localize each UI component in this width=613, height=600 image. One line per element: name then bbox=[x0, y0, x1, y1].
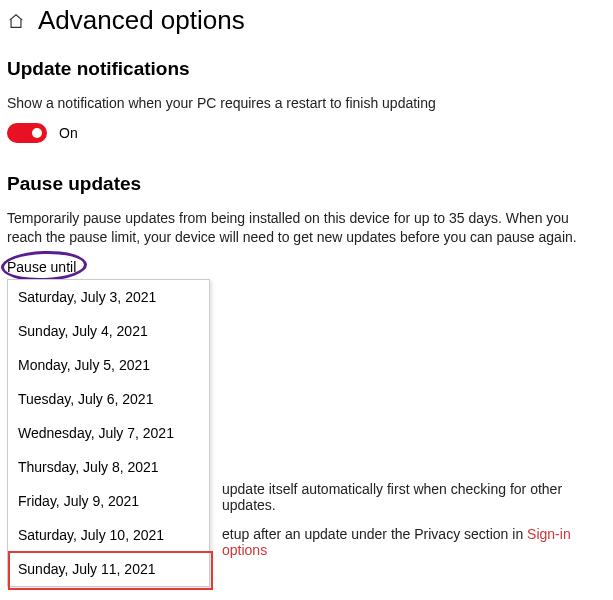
annotation-rectangle bbox=[8, 551, 213, 590]
header-row: Advanced options bbox=[7, 5, 606, 36]
background-text-line-1: update itself automatically first when c… bbox=[222, 481, 613, 513]
page-title: Advanced options bbox=[38, 5, 245, 36]
pause-option[interactable]: Sunday, July 4, 2021 bbox=[8, 314, 209, 348]
background-text-line-2: etup after an update under the Privacy s… bbox=[222, 526, 613, 558]
update-notifications-body: Show a notification when your PC require… bbox=[7, 94, 606, 113]
pause-until-label: Pause until bbox=[7, 259, 76, 275]
pause-option[interactable]: Tuesday, July 6, 2021 bbox=[8, 382, 209, 416]
notifications-toggle[interactable] bbox=[7, 123, 47, 143]
pause-option[interactable]: Wednesday, July 7, 2021 bbox=[8, 416, 209, 450]
pause-option[interactable]: Saturday, July 3, 2021 bbox=[8, 280, 209, 314]
pause-until-dropdown[interactable]: Saturday, July 3, 2021Sunday, July 4, 20… bbox=[7, 279, 210, 587]
pause-updates-body: Temporarily pause updates from being ins… bbox=[7, 209, 606, 247]
home-icon[interactable] bbox=[7, 12, 25, 30]
pause-until-label-wrap: Pause until bbox=[7, 259, 76, 275]
pause-option[interactable]: Saturday, July 10, 2021 bbox=[8, 518, 209, 552]
pause-updates-heading: Pause updates bbox=[7, 173, 606, 195]
notifications-toggle-row: On bbox=[7, 123, 606, 143]
pause-option[interactable]: Thursday, July 8, 2021 bbox=[8, 450, 209, 484]
notifications-toggle-label: On bbox=[59, 125, 78, 141]
pause-option[interactable]: Friday, July 9, 2021 bbox=[8, 484, 209, 518]
pause-option[interactable]: Sunday, July 11, 2021 bbox=[8, 552, 209, 586]
pause-option[interactable]: Monday, July 5, 2021 bbox=[8, 348, 209, 382]
toggle-knob bbox=[32, 128, 42, 138]
update-notifications-heading: Update notifications bbox=[7, 58, 606, 80]
background-text-line-2-pre: etup after an update under the Privacy s… bbox=[222, 526, 527, 542]
